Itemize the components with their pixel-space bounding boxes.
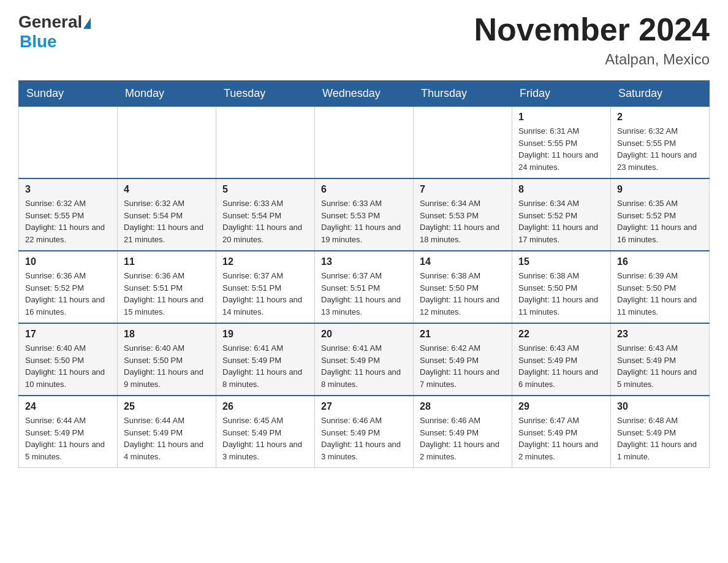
- day-info: Sunrise: 6:46 AM Sunset: 5:49 PM Dayligh…: [321, 415, 407, 462]
- day-number: 28: [420, 401, 506, 412]
- day-info: Sunrise: 6:34 AM Sunset: 5:53 PM Dayligh…: [420, 197, 506, 245]
- day-number: 9: [617, 184, 703, 195]
- day-number: 16: [617, 256, 703, 267]
- calendar-cell: [216, 107, 315, 179]
- day-number: 18: [124, 329, 210, 340]
- col-friday: Friday: [512, 81, 611, 107]
- col-thursday: Thursday: [414, 81, 512, 107]
- calendar-cell: 15Sunrise: 6:38 AM Sunset: 5:50 PM Dayli…: [512, 251, 611, 323]
- calendar-cell: 26Sunrise: 6:45 AM Sunset: 5:49 PM Dayli…: [216, 396, 315, 468]
- day-info: Sunrise: 6:36 AM Sunset: 5:51 PM Dayligh…: [124, 270, 210, 318]
- calendar-cell: 19Sunrise: 6:41 AM Sunset: 5:49 PM Dayli…: [216, 323, 315, 396]
- day-number: 3: [25, 184, 111, 195]
- day-number: 23: [617, 329, 703, 340]
- col-monday: Monday: [118, 81, 216, 107]
- calendar-cell: 27Sunrise: 6:46 AM Sunset: 5:49 PM Dayli…: [315, 396, 414, 468]
- day-number: 5: [222, 184, 308, 195]
- calendar-title: November 2024: [474, 12, 710, 47]
- day-number: 4: [124, 184, 210, 195]
- day-number: 8: [518, 184, 604, 195]
- calendar-cell: 30Sunrise: 6:48 AM Sunset: 5:49 PM Dayli…: [611, 396, 710, 468]
- col-sunday: Sunday: [19, 81, 118, 107]
- day-info: Sunrise: 6:38 AM Sunset: 5:50 PM Dayligh…: [420, 270, 506, 318]
- title-area: November 2024 Atalpan, Mexico: [474, 12, 710, 68]
- calendar-cell: 1Sunrise: 6:31 AM Sunset: 5:55 PM Daylig…: [512, 107, 611, 179]
- calendar-cell: 17Sunrise: 6:40 AM Sunset: 5:50 PM Dayli…: [19, 323, 118, 396]
- calendar-cell: 12Sunrise: 6:37 AM Sunset: 5:51 PM Dayli…: [216, 251, 315, 323]
- week-row-4: 17Sunrise: 6:40 AM Sunset: 5:50 PM Dayli…: [19, 323, 710, 396]
- day-number: 12: [222, 256, 308, 267]
- day-number: 11: [124, 256, 210, 267]
- calendar-cell: 18Sunrise: 6:40 AM Sunset: 5:50 PM Dayli…: [118, 323, 216, 396]
- day-number: 1: [518, 112, 604, 123]
- calendar-cell: 20Sunrise: 6:41 AM Sunset: 5:49 PM Dayli…: [315, 323, 414, 396]
- day-info: Sunrise: 6:47 AM Sunset: 5:49 PM Dayligh…: [518, 415, 604, 462]
- calendar-cell: [315, 107, 414, 179]
- day-number: 21: [420, 329, 506, 340]
- calendar-cell: 11Sunrise: 6:36 AM Sunset: 5:51 PM Dayli…: [118, 251, 216, 323]
- day-number: 30: [617, 401, 703, 412]
- calendar-cell: [19, 107, 118, 179]
- calendar-table: Sunday Monday Tuesday Wednesday Thursday…: [18, 80, 710, 468]
- day-info: Sunrise: 6:40 AM Sunset: 5:50 PM Dayligh…: [124, 342, 210, 390]
- day-info: Sunrise: 6:32 AM Sunset: 5:55 PM Dayligh…: [617, 125, 703, 173]
- day-info: Sunrise: 6:31 AM Sunset: 5:55 PM Dayligh…: [518, 125, 604, 173]
- day-number: 20: [321, 329, 407, 340]
- day-number: 6: [321, 184, 407, 195]
- day-number: 2: [617, 112, 703, 123]
- day-info: Sunrise: 6:32 AM Sunset: 5:54 PM Dayligh…: [124, 197, 210, 245]
- calendar-cell: 25Sunrise: 6:44 AM Sunset: 5:49 PM Dayli…: [118, 396, 216, 468]
- calendar-cell: 2Sunrise: 6:32 AM Sunset: 5:55 PM Daylig…: [611, 107, 710, 179]
- day-info: Sunrise: 6:34 AM Sunset: 5:52 PM Dayligh…: [518, 197, 604, 245]
- calendar-cell: 8Sunrise: 6:34 AM Sunset: 5:52 PM Daylig…: [512, 178, 611, 251]
- day-number: 14: [420, 256, 506, 267]
- day-info: Sunrise: 6:46 AM Sunset: 5:49 PM Dayligh…: [420, 415, 506, 462]
- calendar-cell: 22Sunrise: 6:43 AM Sunset: 5:49 PM Dayli…: [512, 323, 611, 396]
- calendar-cell: 21Sunrise: 6:42 AM Sunset: 5:49 PM Dayli…: [414, 323, 512, 396]
- calendar-cell: 4Sunrise: 6:32 AM Sunset: 5:54 PM Daylig…: [118, 178, 216, 251]
- day-info: Sunrise: 6:48 AM Sunset: 5:49 PM Dayligh…: [617, 415, 703, 462]
- calendar-cell: 3Sunrise: 6:32 AM Sunset: 5:55 PM Daylig…: [19, 178, 118, 251]
- logo-general-text: General: [18, 12, 82, 32]
- day-number: 10: [25, 256, 111, 267]
- day-info: Sunrise: 6:36 AM Sunset: 5:52 PM Dayligh…: [25, 270, 111, 318]
- col-tuesday: Tuesday: [216, 81, 315, 107]
- calendar-cell: 29Sunrise: 6:47 AM Sunset: 5:49 PM Dayli…: [512, 396, 611, 468]
- day-info: Sunrise: 6:44 AM Sunset: 5:49 PM Dayligh…: [25, 415, 111, 462]
- calendar-cell: [118, 107, 216, 179]
- calendar-cell: 16Sunrise: 6:39 AM Sunset: 5:50 PM Dayli…: [611, 251, 710, 323]
- week-row-5: 24Sunrise: 6:44 AM Sunset: 5:49 PM Dayli…: [19, 396, 710, 468]
- day-number: 27: [321, 401, 407, 412]
- day-info: Sunrise: 6:43 AM Sunset: 5:49 PM Dayligh…: [518, 342, 604, 390]
- day-number: 17: [25, 329, 111, 340]
- day-info: Sunrise: 6:44 AM Sunset: 5:49 PM Dayligh…: [124, 415, 210, 462]
- col-wednesday: Wednesday: [315, 81, 414, 107]
- day-info: Sunrise: 6:33 AM Sunset: 5:54 PM Dayligh…: [222, 197, 308, 245]
- calendar-cell: 14Sunrise: 6:38 AM Sunset: 5:50 PM Dayli…: [414, 251, 512, 323]
- calendar-subtitle: Atalpan, Mexico: [474, 51, 710, 68]
- day-number: 29: [518, 401, 604, 412]
- day-info: Sunrise: 6:40 AM Sunset: 5:50 PM Dayligh…: [25, 342, 111, 390]
- day-number: 7: [420, 184, 506, 195]
- header-row: Sunday Monday Tuesday Wednesday Thursday…: [19, 81, 710, 107]
- day-number: 15: [518, 256, 604, 267]
- day-info: Sunrise: 6:41 AM Sunset: 5:49 PM Dayligh…: [321, 342, 407, 390]
- day-number: 25: [124, 401, 210, 412]
- calendar-cell: 28Sunrise: 6:46 AM Sunset: 5:49 PM Dayli…: [414, 396, 512, 468]
- day-info: Sunrise: 6:33 AM Sunset: 5:53 PM Dayligh…: [321, 197, 407, 245]
- calendar-cell: 13Sunrise: 6:37 AM Sunset: 5:51 PM Dayli…: [315, 251, 414, 323]
- col-saturday: Saturday: [611, 81, 710, 107]
- day-info: Sunrise: 6:45 AM Sunset: 5:49 PM Dayligh…: [222, 415, 308, 462]
- day-info: Sunrise: 6:37 AM Sunset: 5:51 PM Dayligh…: [321, 270, 407, 318]
- day-number: 26: [222, 401, 308, 412]
- day-info: Sunrise: 6:42 AM Sunset: 5:49 PM Dayligh…: [420, 342, 506, 390]
- calendar-cell: [414, 107, 512, 179]
- day-info: Sunrise: 6:32 AM Sunset: 5:55 PM Dayligh…: [25, 197, 111, 245]
- day-number: 19: [222, 329, 308, 340]
- day-number: 13: [321, 256, 407, 267]
- calendar-cell: 6Sunrise: 6:33 AM Sunset: 5:53 PM Daylig…: [315, 178, 414, 251]
- week-row-3: 10Sunrise: 6:36 AM Sunset: 5:52 PM Dayli…: [19, 251, 710, 323]
- logo-blue-text: Blue: [20, 32, 91, 52]
- day-info: Sunrise: 6:39 AM Sunset: 5:50 PM Dayligh…: [617, 270, 703, 318]
- day-info: Sunrise: 6:38 AM Sunset: 5:50 PM Dayligh…: [518, 270, 604, 318]
